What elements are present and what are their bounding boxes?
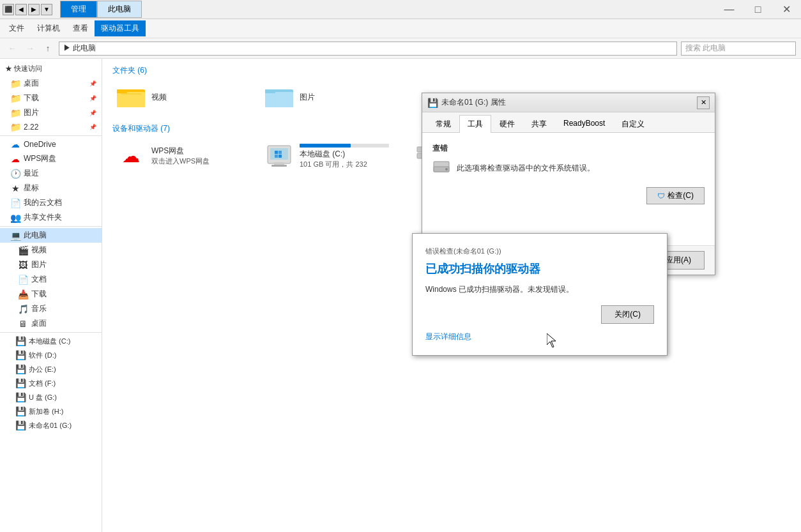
folder-icon: 📁 [10,93,20,103]
onedrive-icon: ☁ [10,139,20,149]
sidebar-item-recent[interactable]: 🕐 最近 [0,166,102,181]
drive-h-icon: 💾 [15,406,26,416]
svg-point-17 [434,148,436,151]
divider [0,135,102,136]
title-bar: ⬛ ◀ ▶ ▼ 管理 此电脑 — □ ✕ [0,0,801,19]
tab-manage[interactable]: 管理 [60,1,97,18]
svg-rect-10 [271,165,287,167]
drive-h-icon-main [412,143,443,169]
menu-drive-tools[interactable]: 驱动器工具 [95,20,146,36]
sidebar-item-music[interactable]: 🎵 音乐 [0,301,102,316]
close-btn[interactable]: ✕ [772,0,801,19]
content-area: 文件夹 (6) 视频 [102,59,801,532]
drive-h-info: 新加卷 (H:) 115 MB 可用，共 126 MB [448,142,546,169]
sidebar-item-222[interactable]: 📁 2.22 📌 [0,120,102,134]
folders-grid: 视频 图片 [112,81,791,113]
back-btn[interactable]: ← [5,42,19,56]
drive-d-icon: 💾 [15,350,26,360]
folder-icon: 📁 [10,79,20,89]
svg-point-18 [434,155,436,157]
menu-file[interactable]: 文件 [3,20,31,36]
sidebar-item-pictures[interactable]: 📁 图片 📌 [0,105,102,120]
folder-videos[interactable]: 视频 [112,81,253,113]
sidebar-drive-c[interactable]: 💾 本地磁盘 (C:) [0,334,102,348]
search-box[interactable]: 搜索 此电脑 [681,42,796,56]
menu-bar: 文件 计算机 查看 驱动器工具 [0,19,801,38]
up-btn[interactable]: ↑ [41,42,55,56]
sidebar-item-cloud-docs[interactable]: 📄 我的云文档 [0,195,102,210]
window-controls: — □ ✕ [715,0,801,19]
sidebar-item-desktop[interactable]: 📁 桌面 📌 [0,76,102,91]
sidebar-item-dsk[interactable]: 🖥 桌面 [0,316,102,331]
drive-h-size: 115 MB 可用，共 126 MB [448,160,546,169]
drive-c[interactable]: 本地磁盘 (C:) 101 GB 可用，共 232 [261,139,401,172]
drive-wps-cloud[interactable]: ☁ WPS网盘 双击进入WPS网盘 [112,139,253,172]
sidebar-item-dl[interactable]: 📥 下载 [0,287,102,301]
drive-c-size: 101 GB 可用，共 232 [300,160,398,169]
sidebar-label-starred: 星标 [24,183,39,194]
sidebar-drive-d[interactable]: 💾 软件 (D:) [0,348,102,362]
pin-icon: 📌 [89,80,96,87]
sidebar-label-onedrive: OneDrive [24,140,56,149]
svg-rect-2 [117,89,127,93]
music-icon: 🎵 [18,304,28,314]
pic-icon: 🖼 [18,260,28,270]
sidebar-item-downloads[interactable]: 📁 下载 📌 [0,91,102,105]
wps-cloud-icon: ☁ [116,143,146,169]
svg-rect-12 [278,151,282,154]
divider2 [0,226,102,227]
sidebar-label-g-usb: U 盘 (G:) [29,393,57,402]
sidebar-drive-g-unnamed[interactable]: 💾 未命名01 (G:) [0,418,102,432]
sidebar-label-e: 办公 (E:) [29,365,56,374]
sidebar-item-this-pc[interactable]: 💻 此电脑 [0,228,102,243]
sidebar-label-dsk: 桌面 [31,318,47,329]
address-bar: ← → ↑ ▶ 此电脑 搜索 此电脑 [0,38,801,59]
maximize-btn[interactable]: □ [744,0,772,19]
main-layout: ★ 快速访问 📁 桌面 📌 📁 下载 📌 📁 图片 📌 📁 2.22 📌 ☁ O… [0,59,801,532]
folder-pictures-info: 图片 [300,92,398,103]
folder-pictures[interactable]: 图片 [261,81,401,113]
folder-icon: 📁 [10,108,20,118]
sidebar-item-starred[interactable]: ★ 星标 [0,181,102,195]
system-menu-btn[interactable]: ⬛ [3,4,14,15]
sidebar-drive-g-usb[interactable]: 💾 U 盘 (G:) [0,390,102,404]
menu-btn[interactable]: ▼ [41,4,52,15]
sidebar-label-g-unnamed: 未命名01 (G:) [29,421,72,430]
folder-videos-name: 视频 [151,92,250,103]
drive-g-usb-icon: 💾 [15,392,26,402]
sidebar-label-docs: 文档 [31,274,47,285]
menu-computer[interactable]: 计算机 [31,20,66,36]
sidebar-item-onedrive[interactable]: ☁ OneDrive [0,137,102,151]
drives-grid: ☁ WPS网盘 双击进入WPS网盘 [112,139,791,172]
drive-c-name: 本地磁盘 (C:) [300,149,398,160]
tab-this-pc[interactable]: 此电脑 [97,1,142,18]
sidebar-drive-f[interactable]: 💾 文档 (F:) [0,376,102,390]
drive-h[interactable]: 新加卷 (H:) 115 MB 可用，共 126 MB [409,139,549,172]
svg-rect-13 [275,155,278,158]
sidebar-drive-h[interactable]: 💾 新加卷 (H:) [0,404,102,418]
forward-btn[interactable]: → [23,42,37,56]
divider3 [0,332,102,333]
sidebar-item-wps-cloud[interactable]: ☁ WPS网盘 [0,151,102,166]
minimize-btn[interactable]: — [715,0,744,19]
sidebar-drive-e[interactable]: 💾 办公 (E:) [0,362,102,376]
svg-rect-3 [121,93,141,95]
sidebar-label-shared: 共享文件夹 [24,212,62,223]
sidebar: ★ 快速访问 📁 桌面 📌 📁 下载 📌 📁 图片 📌 📁 2.22 📌 ☁ O… [0,59,102,532]
drive-c-icon: 💾 [15,336,26,346]
drive-c-bar-fill [300,144,351,148]
sidebar-item-docs[interactable]: 📄 文档 [0,272,102,287]
folder-icon: 📁 [10,122,20,132]
sidebar-item-videos[interactable]: 🎬 视频 [0,243,102,257]
wps-icon: ☁ [10,154,20,164]
address-path[interactable]: ▶ 此电脑 [59,42,677,56]
sidebar-item-shared[interactable]: 👥 共享文件夹 [0,210,102,225]
wps-drive-name: WPS网盘 [151,146,250,156]
folder-videos-info: 视频 [151,92,250,103]
sidebar-label-d: 软件 (D:) [29,351,56,360]
menu-view[interactable]: 查看 [66,20,95,36]
redo-btn[interactable]: ▶ [28,4,40,15]
sidebar-item-pics[interactable]: 🖼 图片 [0,257,102,272]
pc-icon: 💻 [10,231,20,241]
quick-access-btn[interactable]: ◀ [15,4,27,15]
